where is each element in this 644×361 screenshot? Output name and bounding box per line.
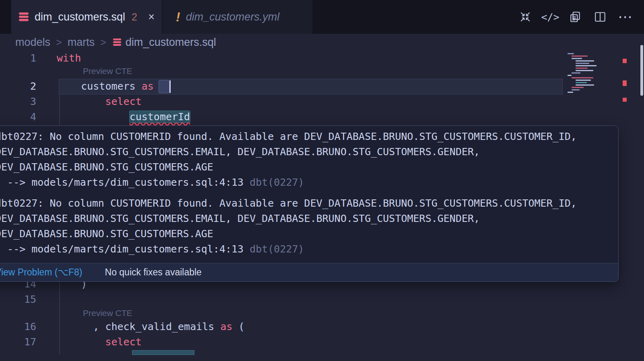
breadcrumb-file[interactable]: dim_customers.sql — [126, 36, 216, 49]
code-token — [57, 111, 130, 123]
code-token: with — [57, 52, 81, 64]
problem-message: dbt0227: No column CUSTOMERID found. Ava… — [0, 129, 609, 190]
minimap-line — [576, 80, 591, 81]
minimap[interactable] — [565, 51, 621, 95]
minimap-line — [576, 82, 587, 83]
problems-hover-popup: dbt0227: No column CUSTOMERID found. Ava… — [0, 125, 619, 282]
minimap-line — [568, 75, 572, 76]
view-problem-link[interactable]: View Problem (⌥F8) — [0, 267, 83, 278]
code-token: select — [105, 96, 141, 107]
line-number: 4 — [0, 109, 36, 125]
editor-toolbar: </> ⋯ — [518, 0, 644, 34]
line-number: 15 — [0, 292, 36, 307]
compress-arrows-icon — [519, 11, 531, 23]
code-line-3[interactable]: 3 select — [0, 94, 564, 109]
minimap-line — [572, 87, 584, 88]
code-token: customers — [57, 80, 142, 92]
show-compiled-code-button[interactable]: </> — [543, 10, 557, 24]
minimap-line — [576, 84, 594, 86]
error-ruler-mark — [623, 80, 627, 86]
line-number: 3 — [0, 94, 36, 109]
close-icon[interactable]: × — [148, 11, 155, 23]
code-line-16[interactable]: 16 , check_valid_emails as ( — [0, 319, 564, 334]
minimap-line — [572, 89, 580, 90]
split-editor-icon — [594, 11, 606, 23]
line-number: 2 — [0, 79, 36, 94]
code-token: select — [105, 336, 141, 348]
code-token — [57, 96, 105, 107]
copy-icon — [569, 11, 581, 23]
scrollbar-thumb[interactable] — [640, 45, 643, 96]
chevron-right-icon: > — [100, 37, 106, 48]
preview-cte-codelens[interactable]: Preview CTE — [83, 308, 132, 318]
database-icon — [113, 38, 122, 47]
code-token: , check_valid_emails — [57, 321, 220, 332]
code-line-17[interactable]: 17 select — [0, 334, 564, 350]
line-number: 1 — [0, 51, 36, 66]
minimap-line — [568, 53, 574, 54]
problem-location: --> models/marts/dim_customers.sql:4:13 — [0, 243, 244, 255]
code-line-4[interactable]: 4 customerId — [0, 109, 564, 125]
chevron-right-icon: > — [56, 37, 62, 48]
minimap-line — [576, 65, 597, 66]
minimap-line — [576, 70, 593, 71]
minimap-line — [572, 77, 593, 78]
more-actions-button[interactable]: ⋯ — [618, 10, 632, 24]
code-line-15[interactable]: 15 — [0, 292, 564, 307]
tab-dim-customers-sql[interactable]: dim_customers.sql 2 × — [11, 0, 162, 34]
hover-footer: View Problem (⌥F8) No quick fixes availa… — [0, 263, 618, 281]
tab-bar: dim_customers.sql 2 × ! dim_customers.ym… — [0, 0, 644, 34]
bracket-match-highlight — [159, 80, 169, 93]
vscode-window: dim_customers.sql 2 × ! dim_customers.ym… — [0, 0, 644, 361]
line-number: 17 — [0, 334, 36, 350]
code-token: as — [142, 80, 154, 92]
breadcrumb: models > marts > dim_customers.sql — [0, 34, 644, 51]
exclamation-icon: ! — [176, 10, 180, 25]
code-line-2[interactable]: 2 customers as ( — [0, 79, 564, 94]
ellipsis-icon: ⋯ — [618, 10, 632, 24]
dbt-power-user-icon[interactable] — [518, 10, 532, 24]
code-token: as — [220, 321, 232, 332]
problem-message: dbt0227: No column CUSTOMERID found. Ava… — [0, 196, 609, 257]
breadcrumb-marts[interactable]: marts — [68, 36, 95, 49]
code-token: ( — [233, 321, 245, 332]
code-line-1[interactable]: 1with — [0, 51, 564, 66]
copy-results-button[interactable] — [568, 10, 582, 24]
no-quick-fixes-text: No quick fixes available — [105, 267, 202, 278]
tab-label: dim_customers.yml — [186, 11, 280, 23]
split-editor-button[interactable] — [593, 10, 607, 24]
error-ruler-mark — [623, 98, 627, 102]
minimap-line — [572, 72, 580, 74]
line-number: 16 — [0, 319, 36, 334]
problem-location: --> models/marts/dim_customers.sql:4:13 — [0, 176, 244, 188]
text-cursor — [169, 80, 171, 93]
breadcrumb-models[interactable]: models — [15, 36, 50, 49]
minimap-line — [572, 55, 588, 57]
code-token — [57, 336, 105, 348]
error-ruler-mark — [623, 59, 627, 63]
database-icon — [19, 12, 29, 22]
tab-dim-customers-yml[interactable]: ! dim_customers.yml — [162, 0, 313, 34]
preview-cte-codelens[interactable]: Preview CTE — [83, 66, 132, 76]
minimap-line — [576, 60, 594, 62]
problem-count-badge: 2 — [132, 11, 137, 23]
minimap-line — [572, 58, 582, 59]
tab-label: dim_customers.sql — [35, 11, 125, 23]
line-18-highlight-sliver — [132, 351, 194, 355]
minimap-line — [568, 92, 573, 93]
minimap-line — [576, 68, 588, 69]
minimap-line — [576, 63, 589, 64]
problem-code: dbt(0227) — [244, 176, 304, 188]
code-icon: </> — [541, 11, 559, 23]
problem-code: dbt(0227) — [244, 243, 304, 255]
error-token-customerid: customerId — [130, 111, 190, 123]
